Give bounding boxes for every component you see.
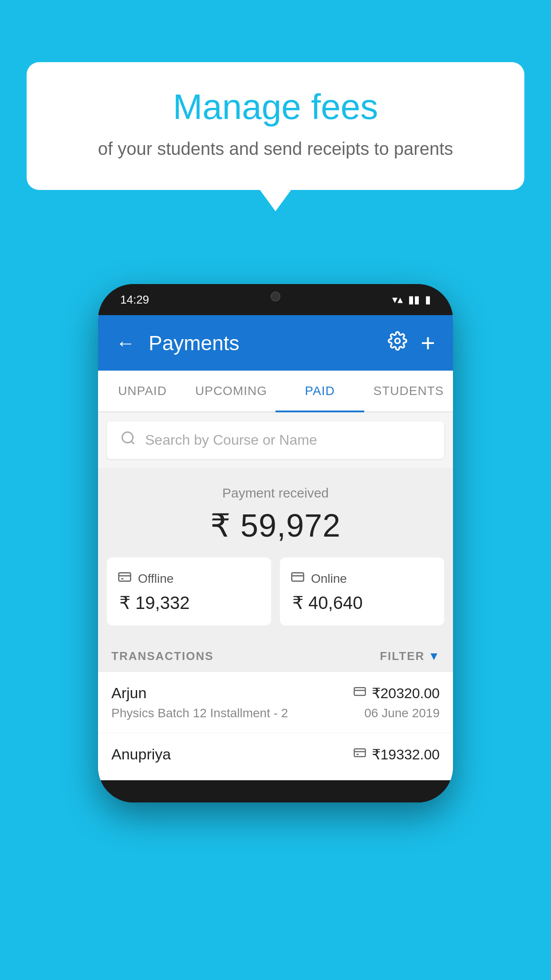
svg-rect-6 [292, 573, 304, 581]
offline-amount: ₹ 19,332 [118, 593, 260, 613]
back-button[interactable]: ← [116, 332, 135, 354]
payment-received-section: Payment received ₹ 59,972 [98, 468, 453, 557]
bubble-title: Manage fees [53, 87, 498, 127]
online-amount: ₹ 40,640 [291, 593, 433, 613]
transaction-amount-wrap: ₹19332.00 [353, 746, 440, 763]
transaction-amount: ₹20320.00 [372, 685, 440, 702]
status-bar: 14:29 ▾▴ ▮▮ ▮ [98, 284, 453, 315]
svg-point-1 [122, 432, 133, 443]
add-icon[interactable]: + [421, 328, 435, 357]
transaction-row[interactable]: Anupriya ₹19332.00 [98, 733, 453, 780]
header-actions: + [388, 328, 435, 357]
search-input[interactable]: Search by Course or Name [145, 432, 317, 448]
speech-bubble-container: Manage fees of your students and send re… [27, 62, 524, 190]
status-time: 14:29 [120, 293, 149, 307]
transaction-date: 06 June 2019 [364, 706, 440, 720]
svg-line-2 [131, 441, 134, 444]
transaction-amount-wrap: ₹20320.00 [353, 685, 440, 702]
offline-icon [118, 570, 132, 587]
online-icon [291, 570, 305, 587]
transaction-course: Physics Batch 12 Installment - 2 [111, 706, 288, 720]
payment-cards: Offline ₹ 19,332 Online ₹ 4 [98, 557, 453, 639]
notch [240, 284, 311, 308]
payment-amount: ₹ 59,972 [111, 507, 440, 544]
tab-paid[interactable]: PAID [276, 371, 364, 411]
search-icon [120, 430, 136, 450]
filter-group[interactable]: FILTER ▼ [380, 649, 440, 663]
transactions-label: TRANSACTIONS [111, 649, 214, 663]
app-header: ← Payments + [98, 315, 453, 371]
filter-icon[interactable]: ▼ [428, 649, 440, 663]
transactions-header: TRANSACTIONS FILTER ▼ [98, 639, 453, 672]
tabs-row: UNPAID UPCOMING PAID STUDENTS [98, 371, 453, 412]
transaction-name: Anupriya [111, 746, 171, 763]
payment-received-label: Payment received [111, 486, 440, 501]
tab-upcoming[interactable]: UPCOMING [187, 371, 276, 411]
offline-card: Offline ₹ 19,332 [107, 557, 271, 625]
svg-point-0 [395, 339, 400, 344]
wifi-icon: ▾▴ [392, 293, 403, 306]
offline-payment-icon [353, 746, 366, 763]
tab-students[interactable]: STUDENTS [364, 371, 453, 411]
online-label: Online [311, 572, 347, 586]
page-title: Payments [149, 331, 374, 355]
online-card: Online ₹ 40,640 [280, 557, 444, 625]
bubble-subtitle: of your students and send receipts to pa… [53, 136, 498, 161]
speech-bubble: Manage fees of your students and send re… [27, 62, 524, 190]
battery-icon: ▮ [425, 293, 431, 306]
phone-screen: ← Payments + UNPAID UPCOMING PAID [98, 315, 453, 780]
status-icons: ▾▴ ▮▮ ▮ [392, 293, 431, 306]
transaction-row[interactable]: Arjun ₹20320.00 Physics Batch 12 Install… [98, 672, 453, 733]
transaction-amount: ₹19332.00 [372, 746, 440, 763]
online-payment-icon [353, 685, 366, 701]
offline-label: Offline [138, 572, 173, 586]
phone: 14:29 ▾▴ ▮▮ ▮ ← Payments [98, 284, 453, 802]
phone-bottom-bar [98, 780, 453, 802]
svg-rect-8 [354, 688, 365, 695]
svg-rect-3 [119, 573, 131, 581]
camera [271, 292, 280, 301]
transaction-name: Arjun [111, 684, 146, 702]
search-bar[interactable]: Search by Course or Name [107, 421, 444, 459]
svg-rect-10 [354, 749, 365, 757]
tab-unpaid[interactable]: UNPAID [98, 371, 187, 411]
filter-label: FILTER [380, 649, 425, 663]
phone-container: 14:29 ▾▴ ▮▮ ▮ ← Payments [98, 284, 453, 802]
signal-icon: ▮▮ [408, 293, 420, 306]
settings-icon[interactable] [388, 331, 407, 355]
